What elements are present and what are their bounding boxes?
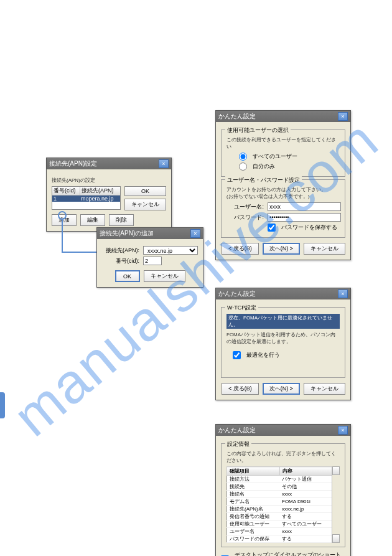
title: かんたん設定	[218, 426, 256, 435]
item-cell: モデム名	[227, 498, 280, 506]
settings-group: 設定情報 この内容でよろしければ、完了ボタンを押してください。 確認項目内容 接…	[221, 443, 345, 547]
value-cell: xxxx.ne.jp	[279, 506, 332, 513]
cancel-button[interactable]: キャンセル	[304, 243, 345, 255]
value-cell: xxxx	[279, 528, 332, 535]
all-users-label: すべてのユーザー	[253, 153, 297, 161]
easy-setup-user-dialog: かんたん設定× 使用可能ユーザーの選択 この接続を利用できるユーザーを指定してく…	[215, 110, 351, 260]
delete-button[interactable]: 削除	[109, 214, 134, 226]
titlebar: 接続先(APN)設定×	[47, 158, 171, 169]
value-cell: パケット通信	[279, 476, 332, 483]
username-label: ユーザー名:	[226, 203, 264, 211]
wtcp-group: W-TCP設定 現在、FOMAパケット用に最適化されていません。 FOMAパケッ…	[221, 307, 345, 378]
titlebar: 接続先(APN)の追加×	[97, 228, 203, 239]
titlebar: かんたん設定×	[216, 425, 350, 436]
title: 接続先(APN)設定	[49, 159, 97, 168]
cancel-button[interactable]: キャンセル	[144, 270, 185, 282]
row-apn[interactable]: mopera.ne.jp	[80, 196, 120, 202]
password-label: パスワード:	[226, 214, 264, 222]
ok-button[interactable]: OK	[115, 270, 140, 282]
user-group: 使用可能ユーザーの選択 この接続を利用できるユーザーを指定してください すべての…	[221, 130, 345, 177]
item-cell: 接続先	[227, 483, 280, 491]
table-row: パスワードの保存する	[227, 535, 332, 543]
apn-label: 接続先(APN):	[102, 247, 139, 255]
table-row: 接続名xxxx	[227, 491, 332, 498]
table-row: ユーザー名xxxx	[227, 528, 332, 535]
save-password-checkbox[interactable]	[268, 224, 276, 232]
self-only-radio[interactable]	[239, 163, 247, 171]
group-note: この接続を利用できるユーザーを指定してください	[226, 136, 340, 150]
optimize-label: 最適化を行う	[246, 351, 280, 359]
item-cell: ユーザー名	[227, 528, 280, 535]
value-cell: FOMA D901i	[279, 498, 332, 506]
group-title: 使用可能ユーザーの選択	[225, 126, 291, 134]
close-icon[interactable]: ×	[338, 290, 348, 298]
username-input[interactable]	[268, 202, 341, 211]
value-cell: する	[279, 513, 332, 521]
credentials-group: ユーザー名・パスワード設定 アカウントをお持ちの方は入力して下さい。 (お持ちで…	[221, 179, 345, 238]
next-button[interactable]: 次へ(N) >	[263, 243, 300, 255]
settings-table: 確認項目内容 接続方法パケット通信接続先その他接続名xxxxモデム名FOMA D…	[226, 466, 332, 543]
titlebar: かんたん設定×	[216, 111, 350, 122]
next-button[interactable]: 次へ(N) >	[263, 383, 300, 395]
col-cid: 番号(cid)	[52, 187, 80, 195]
table-row: 発信者番号の通知する	[227, 513, 332, 521]
title: かんたん設定	[218, 112, 256, 121]
description: FOMAパケット通信を利用するため、パソコン内の通信設定を最適にします。	[226, 331, 340, 345]
easy-setup-wtcp-dialog: かんたん設定× W-TCP設定 現在、FOMAパケット用に最適化されていません。…	[215, 288, 351, 400]
apn-select[interactable]: xxxx.ne.jp	[143, 246, 198, 255]
table-row: 接続先(APN)名xxxx.ne.jp	[227, 506, 332, 513]
group-note: アカウントをお持ちの方は入力して下さい。 (お持ちでない場合は入力不要です。)	[226, 186, 340, 200]
ok-button[interactable]: OK	[124, 186, 166, 196]
close-icon[interactable]: ×	[338, 426, 348, 435]
all-users-radio[interactable]	[239, 153, 247, 161]
back-button[interactable]: < 戻る(B)	[222, 383, 259, 395]
close-icon[interactable]: ×	[159, 159, 169, 168]
row-cid[interactable]: 1	[52, 196, 80, 202]
item-cell: パスワードの保存	[227, 535, 280, 543]
callout-dot	[58, 211, 67, 220]
titlebar: かんたん設定×	[216, 288, 350, 299]
self-only-label: 自分のみ	[253, 163, 275, 171]
item-cell: 接続方法	[227, 476, 280, 483]
group-title: ユーザー名・パスワード設定	[225, 176, 302, 184]
list-label: 接続先(APN)の設定	[52, 177, 166, 184]
table-row: 使用可能ユーザーすべてのユーザー	[227, 521, 332, 528]
shortcut-label: デスクトップにダイヤルアップのショートカットを作成する	[235, 551, 345, 556]
back-button[interactable]: < 戻る(B)	[222, 243, 259, 255]
value-cell: する	[279, 535, 332, 543]
apn-add-dialog: 接続先(APN)の追加× 接続先(APN):xxxx.ne.jp 番号(cid)…	[96, 227, 203, 288]
table-row: モデム名FOMA D901i	[227, 498, 332, 506]
item-cell: 接続先(APN)名	[227, 506, 280, 513]
col-apn: 接続先(APN)	[80, 187, 120, 195]
group-title: 設定情報	[225, 440, 251, 448]
close-icon[interactable]: ×	[338, 112, 348, 121]
scrollbar[interactable]	[332, 466, 340, 543]
value-cell: xxxx	[279, 491, 332, 498]
close-icon[interactable]: ×	[190, 229, 200, 238]
value-cell: すべてのユーザー	[279, 521, 332, 528]
table-row: 接続方法パケット通信	[227, 476, 332, 483]
easy-setup-confirm-dialog: かんたん設定× 設定情報 この内容でよろしければ、完了ボタンを押してください。 …	[215, 424, 351, 556]
cid-input[interactable]	[143, 257, 162, 265]
status-highlight: 現在、FOMAパケット用に最適化されていません。	[226, 314, 340, 329]
callout-line	[62, 219, 100, 253]
title: かんたん設定	[218, 290, 256, 298]
cancel-button[interactable]: キャンセル	[124, 199, 166, 210]
value-cell: その他	[279, 483, 332, 491]
cid-label: 番号(cid):	[102, 257, 139, 265]
col-item: 確認項目	[227, 467, 280, 476]
save-password-label: パスワードを保存する	[281, 224, 337, 232]
cancel-button[interactable]: キャンセル	[304, 383, 345, 395]
group-title: W-TCP設定	[225, 304, 258, 312]
item-cell: 使用可能ユーザー	[227, 521, 280, 528]
table-row: 接続先その他	[227, 483, 332, 491]
title: 接続先(APN)の追加	[100, 229, 154, 238]
instruction: この内容でよろしければ、完了ボタンを押してください。	[226, 450, 340, 464]
col-value: 内容	[279, 467, 332, 476]
optimize-checkbox[interactable]	[233, 351, 241, 359]
password-input[interactable]	[268, 213, 341, 222]
item-cell: 発信者番号の通知	[227, 513, 280, 521]
page-tab	[0, 392, 5, 418]
item-cell: 接続名	[227, 491, 280, 498]
